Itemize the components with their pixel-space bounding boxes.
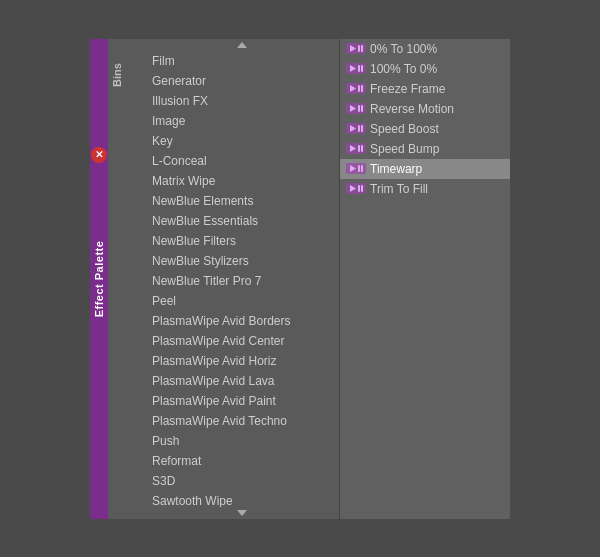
svg-rect-30 [358, 185, 360, 192]
svg-rect-19 [361, 125, 363, 132]
main-container: ✕ Effect Palette Bins FilmGeneratorIllus… [90, 39, 510, 519]
effect-label-freeze_frame: Freeze Frame [370, 82, 445, 96]
category-item-film[interactable]: Film [144, 51, 339, 71]
category-item-sawtooth_wipe[interactable]: Sawtooth Wipe [144, 491, 339, 507]
svg-rect-14 [358, 105, 360, 112]
content-area: FilmGeneratorIllusion FXImageKeyL-Concea… [144, 39, 510, 519]
category-item-peel[interactable]: Peel [144, 291, 339, 311]
category-item-key[interactable]: Key [144, 131, 339, 151]
category-item-reformat[interactable]: Reformat [144, 451, 339, 471]
category-item-newblue_titler_pro[interactable]: NewBlue Titler Pro 7 [144, 271, 339, 291]
category-item-s3d[interactable]: S3D [144, 471, 339, 491]
svg-rect-11 [361, 85, 363, 92]
svg-rect-18 [358, 125, 360, 132]
categories-list[interactable]: FilmGeneratorIllusion FXImageKeyL-Concea… [144, 51, 339, 507]
effects-panel: 0% To 100% 100% To 0% Freeze Frame Rever… [340, 39, 510, 519]
scroll-up-arrow [237, 42, 247, 48]
close-button[interactable]: ✕ [91, 147, 107, 163]
svg-rect-7 [361, 65, 363, 72]
effect-icon-pct_0_to_100 [346, 42, 366, 56]
scroll-down-arrow [237, 510, 247, 516]
effect-item-timewarp[interactable]: Timewarp [340, 159, 510, 179]
effect-icon-reverse_motion [346, 102, 366, 116]
category-item-newblue_essentials[interactable]: NewBlue Essentials [144, 211, 339, 231]
effect-item-speed_boost[interactable]: Speed Boost [340, 119, 510, 139]
effect-label-speed_bump: Speed Bump [370, 142, 439, 156]
effect-icon-timewarp [346, 162, 366, 176]
category-item-plasmawipe_avid_techno[interactable]: PlasmaWipe Avid Techno [144, 411, 339, 431]
category-item-illusion_fx[interactable]: Illusion FX [144, 91, 339, 111]
scroll-indicator-top [144, 39, 339, 51]
bins-label: Bins [111, 63, 123, 87]
category-item-newblue_filters[interactable]: NewBlue Filters [144, 231, 339, 251]
svg-rect-3 [361, 45, 363, 52]
effect-label-pct_0_to_100: 0% To 100% [370, 42, 437, 56]
category-item-plasmawipe_avid_horiz[interactable]: PlasmaWipe Avid Horiz [144, 351, 339, 371]
effect-item-speed_bump[interactable]: Speed Bump [340, 139, 510, 159]
svg-rect-6 [358, 65, 360, 72]
svg-rect-2 [358, 45, 360, 52]
effect-item-freeze_frame[interactable]: Freeze Frame [340, 79, 510, 99]
category-item-l_conceal[interactable]: L-Conceal [144, 151, 339, 171]
svg-rect-31 [361, 185, 363, 192]
bins-tab[interactable]: Bins [108, 39, 126, 519]
category-item-push[interactable]: Push [144, 431, 339, 451]
effect-icon-trim_to_fill [346, 182, 366, 196]
category-item-newblue_elements[interactable]: NewBlue Elements [144, 191, 339, 211]
effect-icon-speed_boost [346, 122, 366, 136]
category-item-newblue_stylizers[interactable]: NewBlue Stylizers [144, 251, 339, 271]
category-item-plasmawipe_avid_paint[interactable]: PlasmaWipe Avid Paint [144, 391, 339, 411]
categories-panel: FilmGeneratorIllusion FXImageKeyL-Concea… [144, 39, 339, 519]
effect-palette-tab[interactable]: ✕ Effect Palette [90, 39, 108, 519]
effect-label-pct_100_to_0: 100% To 0% [370, 62, 437, 76]
category-item-matrix_wipe[interactable]: Matrix Wipe [144, 171, 339, 191]
effect-item-pct_0_to_100[interactable]: 0% To 100% [340, 39, 510, 59]
svg-rect-10 [358, 85, 360, 92]
svg-rect-15 [361, 105, 363, 112]
svg-rect-26 [358, 165, 360, 172]
effect-label-timewarp: Timewarp [370, 162, 422, 176]
category-item-plasmawipe_avid_borders[interactable]: PlasmaWipe Avid Borders [144, 311, 339, 331]
category-item-plasmawipe_avid_lava[interactable]: PlasmaWipe Avid Lava [144, 371, 339, 391]
scroll-indicator-bottom [144, 507, 339, 519]
category-item-image[interactable]: Image [144, 111, 339, 131]
svg-rect-27 [361, 165, 363, 172]
svg-rect-23 [361, 145, 363, 152]
category-item-plasmawipe_avid_center[interactable]: PlasmaWipe Avid Center [144, 331, 339, 351]
close-icon: ✕ [95, 149, 103, 160]
svg-rect-22 [358, 145, 360, 152]
effect-item-trim_to_fill[interactable]: Trim To Fill [340, 179, 510, 199]
effect-item-pct_100_to_0[interactable]: 100% To 0% [340, 59, 510, 79]
effect-icon-speed_bump [346, 142, 366, 156]
effect-icon-pct_100_to_0 [346, 62, 366, 76]
effect-item-reverse_motion[interactable]: Reverse Motion [340, 99, 510, 119]
effect-icon-freeze_frame [346, 82, 366, 96]
category-item-generator[interactable]: Generator [144, 71, 339, 91]
effect-label-speed_boost: Speed Boost [370, 122, 439, 136]
effect-palette-label: Effect Palette [93, 240, 105, 317]
effect-label-trim_to_fill: Trim To Fill [370, 182, 428, 196]
effect-label-reverse_motion: Reverse Motion [370, 102, 454, 116]
